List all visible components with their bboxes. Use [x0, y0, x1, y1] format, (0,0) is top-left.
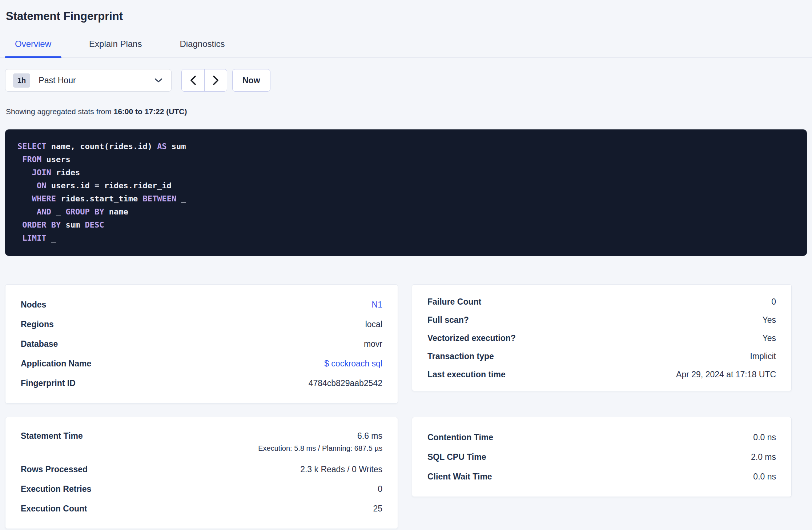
sql-statement-box: SELECT name, count(rides.id) AS sum FROM…: [5, 129, 807, 256]
row-value: 0.0 ns: [753, 433, 776, 442]
sql-text: [17, 233, 22, 242]
summary-row: Last execution time Apr 29, 2024 at 17:1…: [427, 365, 776, 384]
row-value: Yes: [762, 315, 776, 325]
sql-line: AND _ GROUP BY name: [17, 205, 807, 218]
summary-row: SQL CPU Time 2.0 ms: [427, 447, 776, 467]
row-label: Full scan?: [427, 315, 469, 325]
summary-cards-row-1: Nodes N1 Regions local Database movr App…: [5, 284, 812, 403]
row-subvalue: Execution: 5.8 ms / Planning: 687.5 µs: [258, 444, 382, 453]
sql-line: SELECT name, count(rides.id) AS sum: [17, 140, 807, 153]
row-value: 0: [378, 484, 382, 494]
sql-line: WHERE rides.start_time BETWEEN _: [17, 192, 807, 205]
sql-keyword: BETWEEN: [142, 194, 176, 203]
row-label: Fingerprint ID: [21, 378, 76, 388]
summary-row: Nodes N1: [21, 295, 382, 314]
row-value: 0: [771, 297, 776, 307]
sql-keyword: LIMIT: [22, 233, 46, 242]
summary-row: Execution Count 25: [21, 499, 382, 518]
sql-keyword: FROM: [22, 155, 41, 164]
time-nav-group: [181, 69, 227, 92]
sql-keyword: AND: [37, 207, 51, 216]
summary-row: Transaction type Implicit: [427, 347, 776, 365]
row-label: Client Wait Time: [427, 472, 492, 482]
sql-line: JOIN rides: [17, 166, 807, 179]
summary-row: Fingerprint ID 4784cb829aab2542: [21, 373, 382, 393]
row-value: 25: [373, 504, 382, 514]
sql-line: ORDER BY sum DESC: [17, 218, 807, 232]
chevron-left-icon: [190, 75, 196, 85]
sql-text: [17, 155, 22, 164]
tab-bar: Overview Explain Plans Diagnostics: [0, 36, 812, 58]
page-title: Statement Fingerprint: [6, 9, 812, 23]
sql-text: sum: [167, 142, 186, 151]
chevron-right-icon: [213, 75, 219, 85]
row-label: Contention Time: [427, 433, 493, 442]
sql-text: rides.start_time: [56, 194, 142, 203]
sql-keyword: ON: [37, 181, 47, 190]
tab-overview[interactable]: Overview: [5, 36, 61, 57]
row-label: Application Name: [21, 359, 91, 369]
next-time-button[interactable]: [204, 69, 227, 91]
chevron-down-icon: [154, 78, 162, 83]
sql-line: ON users.id = rides.rider_id: [17, 179, 807, 192]
summary-row: Client Wait Time 0.0 ns: [427, 467, 776, 486]
summary-row: Contention Time 0.0 ns: [427, 427, 776, 447]
row-label: Execution Count: [21, 504, 87, 514]
summary-row: Regions local: [21, 314, 382, 334]
row-label: Failure Count: [427, 297, 481, 307]
stats-time-range: 16:00 to 17:22 (UTC): [114, 107, 187, 116]
sql-text: _: [51, 207, 66, 216]
row-label: Last execution time: [427, 370, 506, 380]
sql-keyword: WHERE: [32, 194, 56, 203]
row-value: 2.3 k Reads / 0 Writes: [300, 465, 382, 474]
sql-keyword: JOIN: [32, 168, 51, 177]
row-label: Statement Time: [21, 431, 83, 441]
row-label: SQL CPU Time: [427, 452, 486, 462]
summary-row: Statement Time 6.6 ms Execution: 5.8 ms …: [21, 427, 382, 459]
sql-text: name: [104, 207, 128, 216]
row-value: Implicit: [750, 352, 776, 361]
sql-line: FROM users: [17, 153, 807, 166]
nodes-link[interactable]: N1: [372, 300, 382, 310]
sql-text: [17, 207, 37, 216]
time-interval-label: Past Hour: [39, 76, 76, 85]
row-label: Nodes: [21, 300, 46, 310]
sql-text: [17, 168, 32, 177]
tab-diagnostics[interactable]: Diagnostics: [169, 36, 235, 57]
prev-time-button[interactable]: [182, 69, 204, 91]
summary-card-statement-timing: Statement Time 6.6 ms Execution: 5.8 ms …: [5, 417, 398, 529]
sql-keyword: ORDER BY: [22, 220, 61, 229]
summary-row: Vectorized execution? Yes: [427, 329, 776, 347]
row-value: 2.0 ms: [751, 452, 776, 462]
summary-card-wait-times: Contention Time 0.0 ns SQL CPU Time 2.0 …: [412, 417, 792, 497]
sql-keyword: SELECT: [17, 142, 46, 151]
sql-text: sum: [61, 220, 85, 229]
summary-row: Failure Count 0: [427, 293, 776, 311]
row-value: 4784cb829aab2542: [309, 378, 382, 388]
row-value: 0.0 ns: [753, 472, 776, 482]
time-interval-selector[interactable]: 1h Past Hour: [5, 69, 172, 92]
summary-row: Full scan? Yes: [427, 311, 776, 329]
tab-explain-plans[interactable]: Explain Plans: [79, 36, 152, 57]
summary-card-overview: Nodes N1 Regions local Database movr App…: [5, 284, 398, 403]
stats-summary-prefix: Showing aggregated stats from: [6, 107, 114, 116]
stats-summary-text: Showing aggregated stats from 16:00 to 1…: [6, 107, 812, 116]
summary-row: Rows Processed 2.3 k Reads / 0 Writes: [21, 459, 382, 479]
sql-line: LIMIT _: [17, 232, 807, 245]
app-name-link[interactable]: $ cockroach sql: [324, 359, 382, 369]
time-controls: 1h Past Hour Now: [5, 69, 812, 92]
now-button[interactable]: Now: [232, 69, 270, 92]
sql-text: _: [46, 233, 56, 242]
sql-text: users: [41, 155, 70, 164]
sql-keyword: GROUP BY: [65, 207, 104, 216]
time-interval-badge: 1h: [13, 73, 30, 88]
sql-text: [17, 220, 22, 229]
sql-text: _: [176, 194, 186, 203]
row-label: Transaction type: [427, 352, 494, 361]
sql-text: name, count(rides.id): [46, 142, 157, 151]
row-label: Regions: [21, 320, 54, 329]
sql-text: users.id = rides.rider_id: [46, 181, 171, 190]
row-label: Execution Retries: [21, 484, 91, 494]
row-value: 6.6 ms: [357, 431, 382, 441]
summary-row: Database movr: [21, 334, 382, 354]
